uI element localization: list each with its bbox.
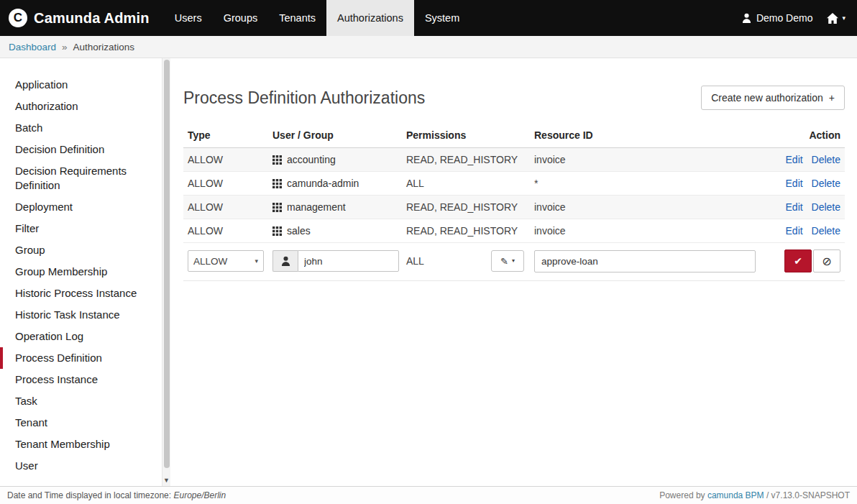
group-icon: [272, 226, 282, 236]
sidebar-item-process-instance[interactable]: Process Instance: [0, 369, 170, 390]
col-header-resource-id: Resource ID: [530, 123, 760, 148]
cell-identity: accounting: [268, 148, 402, 172]
sidebar-item-process-definition[interactable]: Process Definition: [0, 347, 170, 369]
resource-sidebar: Application Authorization Batch Decision…: [0, 58, 170, 486]
sidebar-item-historic-task-instance[interactable]: Historic Task Instance: [0, 304, 170, 326]
sidebar-scrollbar-thumb[interactable]: [164, 60, 170, 468]
sidebar-item-group-membership[interactable]: Group Membership: [0, 261, 170, 283]
sidebar-item-authorization[interactable]: Authorization: [0, 96, 170, 117]
primary-nav: Users Groups Tenants Authorizations Syst…: [164, 0, 470, 36]
group-icon: [272, 179, 282, 188]
nav-item-authorizations[interactable]: Authorizations: [326, 0, 414, 36]
cell-resource-id: invoice: [530, 148, 760, 172]
cell-identity: camunda-admin: [268, 172, 402, 196]
delete-link[interactable]: Delete: [812, 154, 840, 165]
camunda-logo-icon: C: [9, 9, 27, 27]
sidebar-scrollbar[interactable]: ▼: [162, 58, 170, 486]
sidebar-item-task[interactable]: Task: [0, 390, 170, 412]
cell-resource-id: invoice: [530, 196, 760, 219]
edit-link[interactable]: Edit: [786, 178, 803, 189]
edit-link[interactable]: Edit: [786, 201, 803, 213]
main-content: Process Definition Authorizations Create…: [170, 58, 857, 486]
cell-identity-edit: [268, 243, 402, 281]
plus-icon: +: [829, 92, 835, 104]
version-label: / v7.13.0-SNAPSHOT: [766, 490, 850, 500]
authorization-row: ALLOW accounting READ, READ_HISTORY invo…: [183, 148, 845, 172]
user-icon: [742, 13, 751, 23]
identity-input-group: [272, 250, 399, 272]
chevron-down-icon: ▾: [512, 258, 515, 264]
nav-item-tenants[interactable]: Tenants: [268, 0, 326, 36]
group-icon: [272, 203, 282, 212]
sidebar-item-decision-definition[interactable]: Decision Definition: [0, 139, 170, 160]
delete-link[interactable]: Delete: [812, 201, 840, 213]
cell-resource-id: *: [530, 172, 760, 196]
cell-resource-id: invoice: [530, 219, 760, 243]
sidebar-item-batch[interactable]: Batch: [0, 117, 170, 139]
type-select-value: ALLOW: [193, 256, 227, 267]
sidebar-item-filter[interactable]: Filter: [0, 218, 170, 239]
identity-type-toggle-button[interactable]: [272, 250, 298, 272]
user-menu[interactable]: Demo Demo: [742, 12, 813, 24]
col-header-action: Action: [760, 123, 845, 148]
brand[interactable]: C Camunda Admin: [0, 0, 164, 36]
nav-item-users[interactable]: Users: [164, 0, 213, 36]
sidebar-item-historic-process-instance[interactable]: Historic Process Instance: [0, 283, 170, 304]
sidebar-item-tenant[interactable]: Tenant: [0, 412, 170, 434]
nav-item-groups[interactable]: Groups: [213, 0, 269, 36]
cell-actions: Edit Delete: [760, 172, 845, 196]
identity-name: management: [287, 201, 346, 213]
group-icon: [272, 155, 282, 165]
cell-type: ALLOW: [183, 196, 268, 219]
sidebar-item-application[interactable]: Application: [0, 74, 170, 96]
resource-id-input[interactable]: [534, 250, 756, 272]
edit-link[interactable]: Edit: [786, 154, 803, 165]
home-button[interactable]: ▾: [827, 13, 845, 24]
sidebar-item-decision-requirements-definition[interactable]: Decision Requirements Definition: [0, 160, 170, 196]
sidebar-item-operation-log[interactable]: Operation Log: [0, 326, 170, 347]
edit-permissions-button[interactable]: ✎ ▾: [491, 250, 524, 272]
cancel-icon: ⊘: [822, 255, 831, 268]
breadcrumb: Dashboard » Authorizations: [0, 36, 857, 58]
sidebar-item-deployment[interactable]: Deployment: [0, 196, 170, 218]
sidebar-item-group[interactable]: Group: [0, 239, 170, 261]
delete-link[interactable]: Delete: [812, 178, 840, 189]
authorization-row: ALLOW sales READ, READ_HISTORY invoice: [183, 219, 845, 243]
sidebar-item-user[interactable]: User: [0, 455, 170, 477]
camunda-admin-app: C Camunda Admin Users Groups Tenants Aut…: [0, 0, 857, 504]
cell-type: ALLOW: [183, 172, 268, 196]
nav-item-system[interactable]: System: [414, 0, 470, 36]
scrollbar-down-button[interactable]: ▼: [162, 477, 170, 484]
col-header-user-group: User / Group: [268, 123, 402, 148]
cell-resource-id-edit: [530, 243, 760, 281]
cell-identity: management: [268, 196, 402, 219]
type-select[interactable]: ALLOW ▾: [188, 250, 264, 272]
cell-permissions: READ, READ_HISTORY: [402, 196, 530, 219]
authorization-row: ALLOW camunda-admin ALL *: [183, 172, 845, 196]
edit-link[interactable]: Edit: [786, 225, 803, 237]
authorization-row: ALLOW management READ, READ_HISTORY invo…: [183, 196, 845, 219]
cell-permissions: READ, READ_HISTORY: [402, 148, 530, 172]
create-authorization-button[interactable]: Create new authorization +: [701, 86, 845, 110]
authorizations-table: Type User / Group Permissions Resource I…: [183, 123, 845, 281]
cell-permissions: READ, READ_HISTORY: [402, 219, 530, 243]
new-authorization-row: ALLOW ▾: [183, 243, 845, 281]
check-icon: ✔: [794, 255, 802, 267]
cell-permissions: ALL: [402, 172, 530, 196]
cell-actions: Edit Delete: [760, 196, 845, 219]
delete-link[interactable]: Delete: [812, 225, 840, 237]
col-header-permissions: Permissions: [402, 123, 530, 148]
timezone-label: Date and Time displayed in local timezon…: [7, 490, 171, 500]
home-icon: [827, 13, 838, 24]
resource-list: Application Authorization Batch Decision…: [0, 74, 170, 477]
cell-actions: Edit Delete: [760, 148, 845, 172]
confirm-button[interactable]: ✔: [784, 249, 812, 272]
powered-by: Powered by camunda BPM / v7.13.0-SNAPSHO…: [659, 490, 850, 500]
camunda-bpm-link[interactable]: camunda BPM: [707, 490, 764, 500]
cell-identity: sales: [268, 219, 402, 243]
sidebar-item-tenant-membership[interactable]: Tenant Membership: [0, 434, 170, 455]
abort-button[interactable]: ⊘: [813, 249, 840, 272]
timezone-info: Date and Time displayed in local timezon…: [7, 490, 226, 500]
identity-input[interactable]: [298, 250, 399, 272]
breadcrumb-dashboard-link[interactable]: Dashboard: [9, 42, 56, 52]
